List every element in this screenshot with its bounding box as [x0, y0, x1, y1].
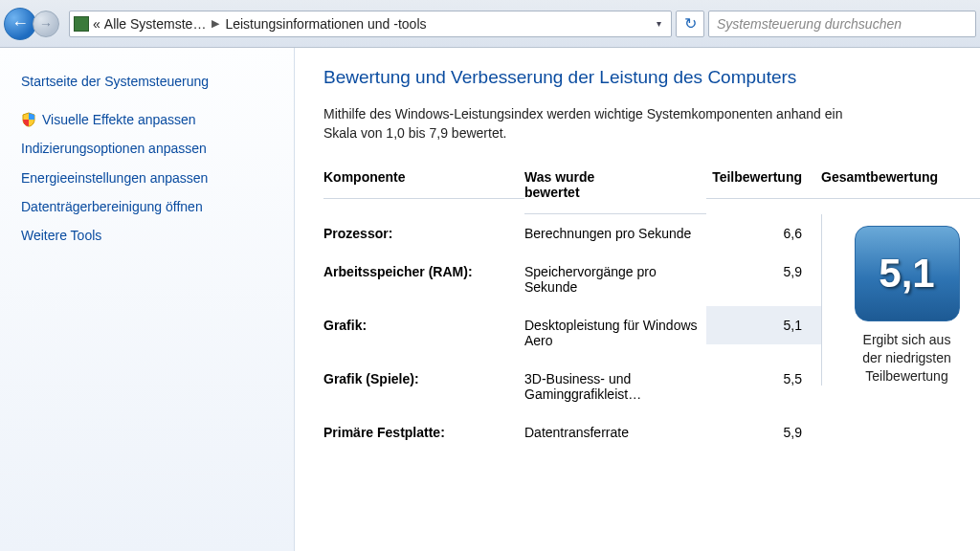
row-what: Berechnungen pro Sekunde [524, 214, 706, 253]
breadcrumb-root-prefix: « [93, 16, 100, 32]
sidebar-item-label: Weitere Tools [21, 227, 101, 244]
row-score-highlight: 5,1 [706, 306, 821, 344]
page-title: Bewertung und Verbesserung der Leistung … [323, 67, 980, 88]
intro-line2: Skala von 1,0 bis 7,9 bewertet. [323, 125, 506, 141]
row-component: Primäre Festplatte: [323, 413, 524, 452]
page-intro: Mithilfe des Windows-Leistungsindex werd… [323, 105, 980, 143]
address-dropdown[interactable]: ▾ [650, 12, 667, 35]
address-bar[interactable]: « Alle Systemste… ▶ Leistungsinformation… [69, 11, 672, 37]
overall-caption-l1: Ergibt sich aus [863, 332, 951, 347]
row-what: 3D-Business- und Gaminggrafikleist… [524, 360, 706, 413]
row-component: Arbeitsspeicher (RAM): [323, 253, 524, 291]
refresh-button[interactable]: ↻ [676, 11, 704, 37]
sidebar: Startseite der Systemsteuerung Visuelle … [0, 48, 295, 551]
control-panel-icon [74, 16, 89, 32]
shield-icon [21, 112, 36, 127]
row-score: 6,6 [706, 214, 821, 253]
overall-caption-l3: Teilbewertung [865, 368, 947, 384]
arrow-left-icon: ← [11, 13, 29, 33]
sidebar-item-disk-cleanup[interactable]: Datenträgerbereinigung öffnen [17, 192, 280, 221]
refresh-icon: ↻ [684, 14, 697, 33]
sidebar-home[interactable]: Startseite der Systemsteuerung [17, 67, 280, 96]
content-pane: Bewertung und Verbesserung der Leistung … [295, 48, 980, 551]
row-component: Grafik (Spiele): [323, 360, 524, 398]
chevron-right-icon[interactable]: ▶ [212, 17, 219, 30]
breadcrumb-current-label: Leistungsinformationen und -tools [225, 16, 426, 32]
row-score: 5,5 [706, 360, 821, 398]
performance-table: Komponente Was wurde bewertet Teilbewert… [323, 169, 980, 452]
nav-buttons: ← → [4, 8, 59, 40]
sidebar-item-label: Datenträgerbereinigung öffnen [21, 198, 203, 215]
sidebar-item-indexing[interactable]: Indizierungsoptionen anpassen [17, 134, 280, 163]
row-component: Grafik: [323, 306, 524, 344]
row-component: Prozessor: [323, 214, 524, 253]
col-what-l2: bewertet [524, 185, 701, 200]
overall-score-badge: 5,1 [855, 226, 960, 321]
overall-caption: Ergibt sich aus der niedrigsten Teilbewe… [837, 331, 976, 386]
row-what: Datentransferrate [524, 413, 706, 452]
row-what: Desktopleistung für Windows Aero [524, 306, 706, 360]
row-score: 5,9 [706, 253, 821, 291]
sidebar-item-more-tools[interactable]: Weitere Tools [17, 221, 280, 250]
back-button[interactable]: ← [4, 8, 36, 40]
overall-score-box: 5,1 Ergibt sich aus der niedrigsten Teil… [821, 214, 980, 386]
intro-line1: Mithilfe des Windows-Leistungsindex werd… [323, 106, 842, 121]
search-input[interactable]: Systemsteuerung durchsuchen [708, 11, 976, 37]
forward-button[interactable]: → [33, 11, 59, 37]
col-component: Komponente [323, 169, 524, 199]
sidebar-item-label: Indizierungsoptionen anpassen [21, 140, 207, 157]
col-what: Was wurde bewertet [524, 169, 706, 214]
breadcrumb-root[interactable]: « Alle Systemste… [93, 16, 206, 32]
sidebar-item-label: Visuelle Effekte anpassen [42, 111, 196, 128]
breadcrumb-root-label: Alle Systemste… [104, 16, 207, 32]
sidebar-item-visual-effects[interactable]: Visuelle Effekte anpassen [17, 105, 280, 134]
arrow-right-icon: → [39, 16, 53, 32]
sidebar-item-power[interactable]: Energieeinstellungen anpassen [17, 164, 280, 192]
row-score: 5,9 [706, 413, 821, 452]
sidebar-home-label: Startseite der Systemsteuerung [21, 73, 209, 90]
chevron-down-icon: ▾ [657, 18, 661, 29]
col-total: Gesamtbewertung [821, 169, 980, 199]
breadcrumb-current[interactable]: Leistungsinformationen und -tools [225, 16, 426, 32]
row-what: Speichervorgänge pro Sekunde [524, 253, 706, 306]
window-chrome: ← → « Alle Systemste… ▶ Leistungsinforma… [0, 0, 980, 48]
main-split: Startseite der Systemsteuerung Visuelle … [0, 48, 980, 551]
col-what-l1: Was wurde [524, 169, 594, 185]
overall-caption-l2: der niedrigsten [862, 350, 951, 365]
search-placeholder: Systemsteuerung durchsuchen [717, 16, 902, 32]
col-subscore: Teilbewertung [706, 169, 821, 199]
sidebar-item-label: Energieeinstellungen anpassen [21, 169, 208, 187]
